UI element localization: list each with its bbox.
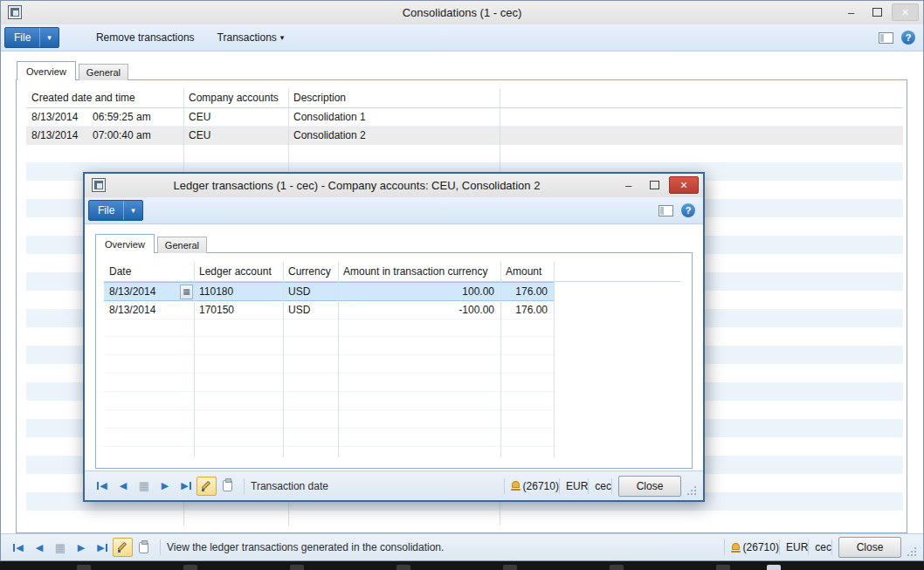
minimize-button[interactable]: – [617, 176, 640, 194]
grid-view-button[interactable]: ▦ [50, 539, 71, 556]
close-button[interactable]: Close [838, 537, 901, 558]
file-menu-button[interactable]: File ▾ [4, 27, 59, 48]
status-hint-text: View the ledger transactions generated i… [167, 541, 444, 553]
ledger-transactions-window: Ledger transactions (1 - cec) - Company … [83, 172, 705, 502]
grid-header-row: Created date and time Company accounts D… [26, 88, 903, 108]
first-record-button[interactable]: ◀ [8, 539, 29, 556]
last-record-button[interactable]: ▶ [176, 477, 197, 495]
edit-mode-button[interactable] [197, 477, 217, 496]
cell-date: 8/13/2014 ▦ [104, 283, 194, 300]
child-titlebar[interactable]: Ledger transactions (1 - cec) - Company … [85, 174, 703, 197]
tab-overview[interactable]: Overview [95, 234, 155, 253]
tab-general[interactable]: General [157, 237, 207, 253]
help-icon[interactable]: ? [681, 203, 695, 217]
close-window-button[interactable]: × [669, 176, 699, 194]
resize-grip[interactable] [907, 546, 916, 556]
cell-description: Consolidation 1 [288, 108, 500, 126]
edit-mode-button[interactable] [113, 538, 133, 557]
chevron-down-icon: ▾ [123, 201, 142, 220]
company-indicator[interactable]: cec [815, 541, 831, 553]
menubar-right-tools: ? [879, 31, 915, 45]
app-icon[interactable] [8, 5, 22, 19]
column-separator [554, 262, 555, 457]
cell-amount: 176.00 [500, 301, 554, 319]
taskbar-icon [767, 565, 781, 570]
attachments-button[interactable] [133, 538, 154, 557]
table-row-selected[interactable]: 8/13/2014 ▦ 110180 USD 100.00 176.00 [104, 282, 555, 301]
menu-item-remove-transactions[interactable]: Remove transactions [96, 31, 195, 44]
pencil-icon [117, 541, 129, 553]
window-layout-icon[interactable] [659, 205, 673, 216]
main-statusbar: ◀ ◀ ▦ ▶ ▶ View the ledger transactions g… [1, 533, 923, 560]
column-header-empty [500, 88, 903, 107]
statusbar-separator [724, 539, 725, 555]
file-menu-button[interactable]: File ▾ [88, 200, 143, 221]
child-window-controls: – × [617, 176, 699, 194]
cell-amount-tx: 100.00 [338, 283, 500, 300]
statusbar-separator [588, 478, 589, 494]
next-record-button[interactable]: ▶ [155, 477, 176, 495]
previous-record-button[interactable]: ◀ [29, 539, 50, 556]
column-header-date[interactable]: Date [104, 262, 194, 281]
table-row[interactable]: 8/13/201406:59:25 am CEU Consolidation 1 [26, 108, 903, 127]
taskbar-icon [77, 565, 91, 570]
grid-view-button[interactable]: ▦ [134, 477, 155, 495]
minimize-button[interactable]: – [839, 3, 863, 21]
notifications-bell-icon[interactable] [511, 481, 521, 491]
column-separator [338, 262, 339, 457]
column-header-amount-tx[interactable]: Amount in transaction currency [338, 262, 500, 281]
currency-indicator[interactable]: EUR [566, 480, 588, 492]
window-layout-icon[interactable] [879, 32, 893, 44]
company-indicator[interactable]: cec [595, 480, 611, 492]
child-statusbar: ◀ ◀ ▦ ▶ ▶ Transaction date (26710) EUR c… [85, 470, 703, 500]
app-icon[interactable] [92, 178, 106, 192]
cell-amount: 176.00 [500, 283, 554, 300]
ledger-transactions-grid: Date Ledger account Currency Amount in t… [104, 262, 681, 457]
statusbar-separator [831, 539, 832, 555]
file-menu-label: File [5, 31, 39, 44]
column-header-ledger-account[interactable]: Ledger account [194, 262, 283, 281]
close-window-button[interactable]: × [892, 3, 919, 21]
taskbar-icon [396, 565, 410, 570]
notifications-bell-icon[interactable] [731, 543, 741, 553]
help-icon[interactable]: ? [901, 31, 915, 45]
statusbar-separator [611, 478, 612, 494]
grid-header-row: Date Ledger account Currency Amount in t… [104, 262, 681, 282]
attachments-button[interactable] [217, 477, 238, 496]
column-header-created[interactable]: Created date and time [26, 88, 183, 107]
tab-general[interactable]: General [79, 64, 128, 80]
column-header-amount[interactable]: Amount [500, 262, 554, 281]
taskbar-icon [290, 565, 304, 570]
column-separator [194, 262, 195, 457]
next-record-button[interactable]: ▶ [71, 539, 92, 556]
close-button[interactable]: Close [618, 476, 681, 497]
child-tabstrip: Overview General [95, 234, 207, 253]
child-panel: Date Ledger account Currency Amount in t… [95, 252, 693, 469]
notifications-count[interactable]: (26710) [743, 541, 779, 553]
previous-record-button[interactable]: ◀ [113, 477, 134, 495]
maximize-button[interactable] [865, 3, 889, 21]
maximize-button[interactable] [643, 176, 666, 194]
main-titlebar[interactable]: Consolidations (1 - cec) – × [1, 1, 923, 24]
cell-company: CEU [183, 127, 288, 145]
date-picker-icon[interactable]: ▦ [180, 285, 193, 299]
cell-currency: USD [283, 283, 338, 300]
file-menu-label: File [89, 204, 123, 216]
column-header-description[interactable]: Description [288, 88, 500, 107]
cell-amount-tx: -100.00 [338, 301, 500, 319]
resize-grip[interactable] [686, 485, 696, 495]
table-row-selected[interactable]: 8/13/201407:00:40 am CEU Consolidation 2 [26, 127, 903, 145]
column-header-company[interactable]: Company accounts [183, 88, 288, 107]
menu-item-transactions[interactable]: Transactions ▾ [217, 31, 285, 44]
currency-indicator[interactable]: EUR [786, 541, 808, 553]
table-row[interactable]: 8/13/2014 170150 USD -100.00 176.00 [104, 301, 555, 319]
chevron-down-icon: ▾ [39, 28, 59, 47]
clipboard-icon [223, 480, 232, 491]
statusbar-right: (26710) EUR cec Close [504, 476, 696, 497]
tab-overview[interactable]: Overview [17, 61, 76, 80]
cell-ledger-account: 170150 [194, 301, 283, 319]
notifications-count[interactable]: (26710) [523, 480, 559, 492]
last-record-button[interactable]: ▶ [92, 539, 113, 556]
column-header-currency[interactable]: Currency [283, 262, 338, 281]
first-record-button[interactable]: ◀ [92, 477, 113, 495]
